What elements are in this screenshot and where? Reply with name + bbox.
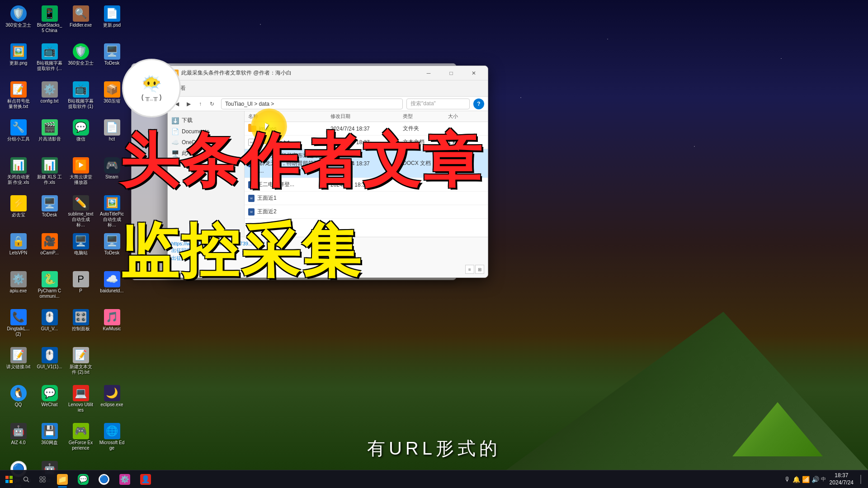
fe-view-detail-btn[interactable]: ⊞	[475, 265, 484, 274]
taskbar-clock[interactable]: 18:37 2024/7/24	[830, 472, 854, 486]
desktop-icon-fiddler[interactable]: 🔍 Fiddler.exe	[66, 4, 95, 40]
icon-kongzhi-img: 🎛️	[73, 309, 89, 325]
taskbar-mic-icon[interactable]: 🎙	[784, 476, 791, 483]
desktop-icon-kongzhi[interactable]: 🎛️ 控制面板	[66, 307, 95, 343]
taskbar: 📁 💬 🔵 ⚙️ 👤 🎙 🔔 📶 🔊 中 18:37 2024/7/24	[0, 470, 868, 488]
icon-qq-img: 🐧	[10, 385, 27, 401]
fe-view-buttons: ≡ ⊞	[465, 241, 484, 274]
fe-col-modified[interactable]: 修改日期	[330, 113, 403, 120]
desktop-icon-kwmusic[interactable]: 🎵 KwMusic	[97, 307, 127, 343]
icon-pycharm-label: PyCharm Communi...	[37, 288, 62, 299]
fe-help-btn[interactable]: ?	[473, 99, 484, 109]
fe-up-btn[interactable]: ↑	[195, 99, 206, 109]
svg-line-5	[28, 480, 29, 482]
desktop-icon-eclipse[interactable]: 🌙 eclipse.exe	[97, 383, 127, 419]
task-view-icon	[39, 476, 46, 483]
desktop-icon-xinjianwb[interactable]: 📝 新建文本文件 (2).txt	[66, 345, 95, 381]
desktop-icon-jiangyi[interactable]: 📝 讲义链接.txt	[4, 345, 33, 381]
taskbar-file-explorer-icon: 📁	[57, 474, 68, 485]
desktop-icon-wechat[interactable]: 💬 微信	[66, 117, 95, 154]
taskbar-show-desktop-btn[interactable]	[857, 470, 864, 488]
desktop-icon-dayun[interactable]: ▶️ 大熊云课堂 播放器	[66, 155, 95, 192]
icon-jiangyi-label: 讲义链接.txt	[6, 364, 30, 370]
taskbar-system-icons: 🎙 🔔 📶 🔊 中	[784, 476, 826, 483]
taskbar-ime-icon[interactable]: 中	[821, 476, 826, 483]
icon-ocam-label: oCamP...	[40, 250, 58, 256]
icon-bilibili2-label: B站视频字幕提取软件 (1)	[68, 99, 94, 109]
desktop-icon-sublime[interactable]: ✏️ sublime_text 自动生成标...	[66, 193, 95, 230]
svg-rect-0	[5, 476, 9, 479]
icon-sublime-img: ✏️	[73, 195, 89, 211]
icon-360tool-img: 🔧	[10, 119, 27, 136]
desktop-icon-pycharm[interactable]: 🐍 PyCharm Communi...	[35, 269, 64, 305]
fe-forward-btn[interactable]: ▶	[183, 99, 194, 109]
start-button[interactable]	[0, 470, 18, 488]
taskbar-app6[interactable]: 👤	[136, 470, 156, 488]
desktop-icon-apiu[interactable]: ⚙️ apiu.exe	[4, 269, 33, 305]
desktop-icon-dingtalk[interactable]: 📞 DingtalkL... (2)	[4, 307, 33, 343]
svg-rect-8	[40, 480, 42, 482]
icon-sublime-label: sublime_text 自动生成标...	[68, 211, 94, 228]
taskbar-pinned-apps: 📁 💬 🔵 ⚙️ 👤	[52, 470, 156, 488]
taskbar-search-button[interactable]	[18, 470, 34, 488]
icon-qq-label: QQ	[15, 402, 22, 408]
fe-maximize-btn[interactable]: □	[441, 66, 462, 80]
fe-minimize-btn[interactable]: ─	[418, 66, 439, 80]
desktop-icon-xls[interactable]: 📊 新建 XLS 工作.xls	[35, 155, 64, 192]
desktop-icon-biaozhifu[interactable]: 📝 标点符号批量替换.txt	[4, 80, 33, 116]
fe-view-list-btn[interactable]: ≡	[465, 265, 474, 274]
icon-photo-label: 片高清影音	[38, 136, 61, 142]
icon-fiddler-img: 🔍	[73, 5, 89, 22]
taskbar-network-icon[interactable]: 📶	[802, 476, 810, 483]
icon-dayun-label: 大熊云课堂 播放器	[68, 174, 94, 185]
fe-breadcrumb-text: TouTiao_UI > data >	[225, 101, 274, 107]
desktop-icon-lenovo[interactable]: 💻 Lenovo Utilities	[66, 383, 95, 419]
desktop-icon-wechat2[interactable]: 💬 WeChat	[35, 383, 64, 419]
desktop-icons-container: 🛡️ 360安全卫士 📱 BlueStacks_5 China 🔍 Fiddle…	[0, 0, 136, 470]
desktop-icon-letsvpn[interactable]: 🔒 LetsVPN	[4, 231, 33, 267]
desktop-icon-config[interactable]: ⚙️ config.txt	[35, 80, 64, 116]
task-view-button[interactable]	[34, 470, 51, 488]
mascot-bubble: 😶‍🌫️ ( ╥_╥ )	[122, 59, 181, 117]
desktop-icon-todesk2[interactable]: 🖥️ ToDesk	[35, 193, 64, 230]
desktop-icon-gengxin-psd[interactable]: 📄 更新.psd	[97, 4, 127, 40]
desktop-icon-360safe[interactable]: 🛡️ 360安全卫士	[66, 42, 95, 78]
taskbar-notification-icon[interactable]: 🔔	[793, 476, 800, 483]
icon-autotitle-img: 🖼️	[104, 195, 120, 211]
desktop-icon-360anquan[interactable]: 🛡️ 360安全卫士	[4, 4, 33, 40]
taskbar-app5[interactable]: ⚙️	[115, 470, 135, 488]
fe-close-btn[interactable]: ✕	[463, 66, 484, 80]
fe-search-box[interactable]: 搜索"data"	[406, 99, 470, 109]
desktop-icon-bluestacks[interactable]: 📱 BlueStacks_5 China	[35, 4, 64, 40]
desktop-icon-360tool[interactable]: 🔧 分组小工具	[4, 117, 33, 154]
desktop-icon-qq[interactable]: 🐧 QQ	[4, 383, 33, 419]
fe-col-type[interactable]: 类型	[403, 113, 448, 120]
icon-bilibili-label: B站视频字幕提取软件 (...	[37, 61, 62, 71]
desktop-icon-guiv1[interactable]: 🖱️ GUI_V1(1)...	[35, 345, 64, 381]
desktop-icon-dianlu[interactable]: 🖥️ 电脑站	[66, 231, 95, 267]
fe-col-size[interactable]: 大小	[448, 113, 484, 120]
fe-file-row-wangjin1[interactable]: W 王面近1	[245, 192, 488, 205]
taskbar-file-explorer[interactable]: 📁	[52, 470, 72, 488]
taskbar-chrome-app[interactable]: 🔵	[94, 470, 114, 488]
icon-xinjianwb-img: 📝	[73, 347, 89, 363]
icon-config-img: ⚙️	[42, 81, 58, 98]
desktop-icon-ocam[interactable]: 🎥 oCamP...	[35, 231, 64, 267]
desktop-icon-bilibili2[interactable]: 📺 B站视频字幕提取软件 (1)	[66, 80, 95, 116]
fe-file-row-wangjin2[interactable]: W 王面近2	[245, 205, 488, 219]
taskbar-wechat-app[interactable]: 💬	[73, 470, 93, 488]
fe-addressbar: ◀ ▶ ↑ ↻ TouTiao_UI > data > 搜索"data" ?	[168, 97, 488, 111]
desktop-icon-p[interactable]: P P	[66, 269, 95, 305]
desktop-icon-gengxin-png[interactable]: 🖼️ 更新.png	[4, 42, 33, 78]
desktop-icon-guanjin[interactable]: 📊 关闭自动更新 作业.xls	[4, 155, 33, 192]
icon-360anquan-img: 🛡️	[10, 5, 27, 22]
fe-address-path[interactable]: TouTiao_UI > data >	[221, 99, 403, 109]
taskbar-volume-icon[interactable]: 🔊	[811, 476, 819, 483]
desktop-icon-guiv[interactable]: 🖱️ GUI_V...	[35, 307, 64, 343]
fe-file-name-wangjin2: W 王面近2	[248, 208, 330, 216]
desktop-icon-biqubao[interactable]: ⚡ 必去宝	[4, 193, 33, 230]
desktop-icon-photo[interactable]: 🎬 片高清影音	[35, 117, 64, 154]
desktop-icon-bilibili[interactable]: 📺 B站视频字幕提取软件 (...	[35, 42, 64, 78]
icon-xls-label: 新建 XLS 工作.xls	[37, 174, 62, 185]
fe-refresh-btn[interactable]: ↻	[207, 99, 217, 109]
